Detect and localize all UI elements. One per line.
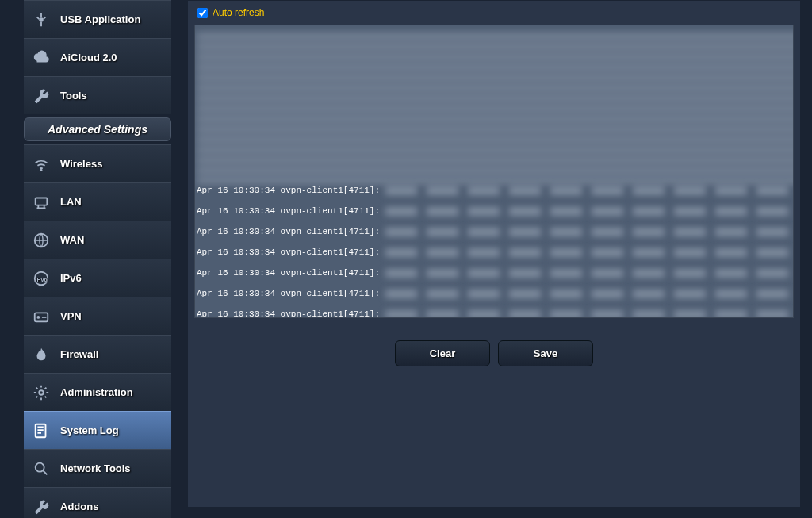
vpn-icon	[32, 307, 51, 326]
usb-icon	[32, 10, 51, 29]
svg-point-7	[37, 316, 40, 319]
nettool-icon	[32, 459, 51, 478]
fire-icon	[32, 345, 51, 364]
log-line-blurred	[385, 228, 794, 236]
svg-point-0	[39, 17, 44, 22]
wrench-icon	[32, 86, 51, 106]
sidebar-item-label: Administration	[60, 386, 133, 398]
sidebar: USB Application AiCloud 2.0 Tools Advanc…	[24, 0, 171, 518]
sidebar-item-wan[interactable]: WAN	[24, 221, 171, 259]
sidebar-item-label: VPN	[60, 310, 82, 322]
log-line-prefix: Apr 16 10:30:34 ovpn-client1[4711]:	[197, 268, 380, 278]
sidebar-item-usb-application[interactable]: USB Application	[24, 0, 171, 38]
wifi-icon	[32, 155, 51, 174]
log-textarea[interactable]: Apr 16 10:30:34 ovpn-client1[4711]: Apr …	[194, 25, 794, 318]
button-row: Clear Save	[188, 340, 800, 366]
sidebar-item-label: Firewall	[60, 348, 98, 360]
sidebar-item-label: LAN	[60, 196, 82, 208]
sidebar-item-label: Network Tools	[60, 462, 131, 474]
clear-button[interactable]: Clear	[395, 340, 490, 366]
ipv6-icon: IPv6	[32, 269, 51, 288]
log-line-blurred	[385, 310, 794, 318]
content-panel: Auto refresh Apr 16 10:30:34 ovpn-client…	[187, 0, 801, 508]
auto-refresh-row: Auto refresh	[188, 1, 800, 25]
sidebar-item-network-tools[interactable]: Network Tools	[24, 449, 171, 487]
gear-icon	[32, 383, 51, 402]
auto-refresh-checkbox[interactable]	[197, 8, 208, 18]
globe-icon	[32, 231, 51, 250]
save-button[interactable]: Save	[498, 340, 593, 366]
lan-icon	[32, 193, 51, 212]
svg-text:IPv6: IPv6	[35, 275, 47, 282]
sidebar-item-wireless[interactable]: Wireless	[24, 144, 171, 182]
log-line-prefix: Apr 16 10:30:34 ovpn-client1[4711]:	[197, 186, 380, 195]
log-line-blurred	[385, 186, 794, 195]
log-icon	[32, 421, 51, 440]
sidebar-item-vpn[interactable]: VPN	[24, 297, 171, 335]
cloud-icon	[32, 48, 51, 67]
sidebar-item-lan[interactable]: LAN	[24, 182, 171, 221]
sidebar-item-label: Tools	[60, 90, 87, 102]
addon-icon	[32, 497, 51, 516]
auto-refresh-label[interactable]: Auto refresh	[213, 7, 264, 18]
sidebar-item-ipv6[interactable]: IPv6 IPv6	[24, 259, 171, 297]
log-line-blurred	[385, 269, 794, 278]
svg-point-8	[39, 390, 44, 395]
sidebar-item-firewall[interactable]: Firewall	[24, 335, 171, 373]
sidebar-item-label: WAN	[60, 234, 84, 246]
log-line-prefix: Apr 16 10:30:34 ovpn-client1[4711]:	[197, 247, 380, 257]
sidebar-item-tools[interactable]: Tools	[24, 76, 171, 114]
sidebar-item-label: Wireless	[60, 158, 102, 170]
svg-rect-2	[36, 198, 48, 205]
log-blurred-content	[197, 29, 794, 184]
sidebar-item-label: AiCloud 2.0	[60, 52, 117, 63]
log-line-blurred	[385, 207, 794, 216]
log-line-blurred	[385, 248, 794, 257]
log-line-prefix: Apr 16 10:30:34 ovpn-client1[4711]:	[197, 206, 380, 216]
sidebar-item-label: System Log	[60, 424, 119, 436]
sidebar-item-addons[interactable]: Addons	[24, 487, 171, 518]
section-header-advanced: Advanced Settings	[24, 117, 171, 141]
log-line-prefix: Apr 16 10:30:34 ovpn-client1[4711]:	[197, 227, 380, 236]
sidebar-item-administration[interactable]: Administration	[24, 373, 171, 411]
log-line-blurred	[385, 290, 794, 298]
sidebar-item-label: USB Application	[60, 13, 140, 25]
log-line-prefix: Apr 16 10:30:34 ovpn-client1[4711]:	[197, 289, 380, 298]
sidebar-item-aicloud[interactable]: AiCloud 2.0	[24, 38, 171, 76]
sidebar-item-label: Addons	[60, 501, 98, 512]
log-line-prefix: Apr 16 10:30:34 ovpn-client1[4711]:	[197, 309, 380, 318]
svg-point-1	[40, 168, 43, 171]
sidebar-item-label: IPv6	[60, 272, 82, 284]
sidebar-item-system-log[interactable]: System Log	[24, 411, 171, 449]
